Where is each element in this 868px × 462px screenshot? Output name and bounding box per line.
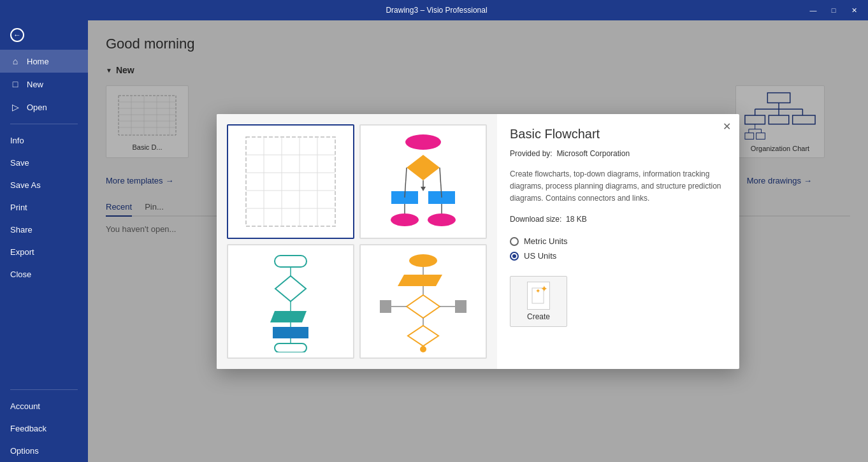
modal-thumb-1[interactable] (227, 124, 354, 239)
provider-label: Provided by: (510, 149, 553, 158)
download-label: Download size: (510, 215, 561, 224)
svg-marker-37 (421, 187, 426, 191)
sidebar-label-save: Save (10, 158, 29, 168)
sidebar-label-print: Print (10, 203, 27, 212)
sidebar-item-close[interactable]: Close (0, 263, 88, 285)
svg-rect-46 (275, 256, 307, 267)
modal-thumb-3[interactable] (227, 244, 354, 359)
sidebar-item-new[interactable]: □ New (0, 73, 88, 96)
modal-title: Basic Flowchart (510, 127, 727, 141)
modal-thumbnails (217, 114, 497, 369)
sidebar-label-close: Close (10, 270, 31, 279)
titlebar: Drawing3 – Visio Professional — □ ✕ (0, 0, 868, 20)
svg-point-34 (405, 134, 441, 150)
close-window-button[interactable]: ✕ (845, 4, 863, 17)
svg-rect-63 (455, 300, 467, 313)
sidebar-label-account: Account (10, 401, 40, 411)
sidebar-label-home: Home (27, 57, 49, 66)
svg-marker-48 (275, 276, 306, 301)
modal-size: Download size: 18 KB (510, 215, 727, 224)
sidebar-item-info[interactable]: Info (0, 129, 88, 152)
svg-rect-62 (380, 300, 391, 313)
sidebar-label-feedback: Feedback (10, 424, 47, 433)
sidebar-item-save-as[interactable]: Save As (0, 174, 88, 196)
sidebar: ← ⌂ Home □ New ▷ Open Info Save Save As … (0, 20, 88, 462)
sidebar-label-export: Export (10, 247, 34, 257)
sidebar-label-new: New (27, 80, 43, 89)
sidebar-item-options[interactable]: Options (0, 440, 88, 462)
metric-units-label: Metric Units (524, 236, 568, 246)
units-radio-group: Metric Units US Units (510, 236, 727, 261)
sidebar-label-options: Options (10, 446, 39, 456)
sidebar-item-open[interactable]: ▷ Open (0, 96, 88, 119)
sidebar-bottom: Account Feedback Options (0, 384, 88, 462)
svg-rect-25 (246, 137, 335, 226)
modal-close-button[interactable]: ✕ (719, 119, 734, 134)
svg-marker-57 (398, 275, 442, 286)
svg-marker-65 (408, 326, 438, 346)
svg-rect-52 (275, 343, 307, 352)
modal-thumb-2[interactable] (359, 124, 487, 239)
create-label: Create (527, 312, 550, 321)
metric-radio-button[interactable] (510, 237, 519, 246)
download-size-value: 18 KB (566, 215, 587, 224)
sidebar-label-share: Share (10, 225, 33, 235)
modal-provider: Provided by: Microsoft Corporation (510, 149, 727, 158)
sidebar-divider-2 (10, 389, 78, 390)
sidebar-label-save-as: Save As (10, 180, 41, 190)
modal-info-panel: ✕ Basic Flowchart Provided by: Microsoft… (497, 114, 739, 369)
provider-name: Microsoft Corporation (556, 149, 630, 158)
modal-thumb-4[interactable] (359, 244, 487, 359)
us-units-label: US Units (524, 251, 556, 261)
flowchart-modal: ✕ Basic Flowchart Provided by: Microsoft… (217, 114, 739, 369)
sidebar-item-export[interactable]: Export (0, 241, 88, 263)
svg-marker-50 (270, 311, 307, 322)
sidebar-divider-1 (10, 124, 78, 124)
create-file-icon: ✦ (527, 282, 550, 310)
titlebar-controls: — □ ✕ (804, 4, 863, 17)
sidebar-label-open: Open (27, 103, 47, 112)
sidebar-item-feedback[interactable]: Feedback (0, 417, 88, 440)
maximize-button[interactable]: □ (825, 4, 843, 17)
svg-point-43 (428, 213, 456, 226)
sidebar-item-home[interactable]: ⌂ Home (0, 50, 88, 73)
back-circle-icon: ← (10, 28, 24, 42)
us-radio-button[interactable] (510, 252, 519, 261)
back-button[interactable]: ← (0, 20, 88, 50)
modal-description: Create flowcharts, top-down diagrams, in… (510, 168, 727, 205)
svg-point-55 (409, 254, 437, 267)
us-units-option[interactable]: US Units (510, 251, 727, 261)
home-icon: ⌂ (10, 56, 20, 66)
sidebar-item-print[interactable]: Print (0, 196, 88, 219)
svg-point-42 (391, 213, 419, 226)
svg-text:✦: ✦ (535, 287, 540, 294)
sidebar-item-account[interactable]: Account (0, 395, 88, 417)
app-body: ← ⌂ Home □ New ▷ Open Info Save Save As … (0, 20, 868, 462)
new-doc-icon: □ (10, 79, 20, 89)
svg-rect-51 (273, 327, 308, 338)
minimize-button[interactable]: — (804, 4, 822, 17)
sidebar-item-save[interactable]: Save (0, 152, 88, 174)
svg-point-66 (420, 346, 426, 352)
svg-marker-35 (407, 155, 440, 180)
metric-units-option[interactable]: Metric Units (510, 236, 727, 246)
titlebar-title: Drawing3 – Visio Professional (69, 6, 804, 15)
open-icon: ▷ (10, 102, 20, 112)
svg-marker-59 (407, 295, 440, 318)
modal-overlay: ✕ Basic Flowchart Provided by: Microsoft… (88, 20, 868, 462)
modal-body: ✕ Basic Flowchart Provided by: Microsoft… (217, 114, 739, 369)
sidebar-label-info: Info (10, 136, 24, 145)
radio-selected-dot (512, 254, 516, 258)
create-button[interactable]: ✦ Create (510, 276, 567, 327)
sidebar-item-share[interactable]: Share (0, 219, 88, 241)
main-content: Good morning ▼ New (88, 20, 868, 462)
